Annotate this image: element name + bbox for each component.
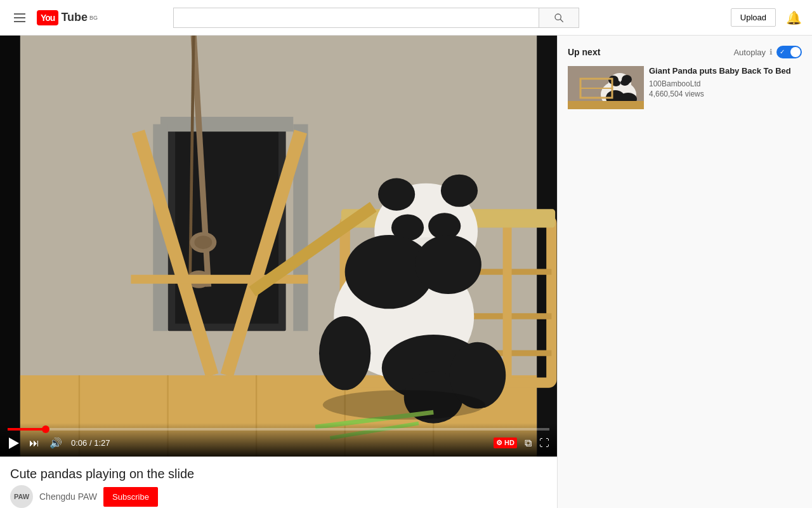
controls-row: ⏭ 🔊 0:06 / 1:27 ⚙ HD bbox=[8, 436, 549, 450]
search-bar bbox=[173, 8, 579, 28]
video-controls: ⏭ 🔊 0:06 / 1:27 ⚙ HD bbox=[0, 423, 557, 457]
video-card[interactable]: Giant Panda puts Baby Back To Bed 100Bam… bbox=[568, 66, 802, 109]
yt-icon: You bbox=[37, 10, 58, 25]
video-info: Giant Panda puts Baby Back To Bed 100Bam… bbox=[649, 66, 802, 109]
check-mark: ✓ bbox=[780, 48, 785, 55]
autoplay-row: Autoplay ℹ ✓ bbox=[733, 46, 802, 58]
video-card-views: 4,660,504 views bbox=[649, 90, 802, 98]
video-card-title: Giant Panda puts Baby Back To Bed bbox=[649, 66, 802, 77]
thumbnail-scene bbox=[568, 66, 644, 109]
skip-icon: ⏭ bbox=[29, 438, 39, 449]
svg-point-0 bbox=[555, 14, 561, 20]
header: You Tube BG Upload 🔔 bbox=[0, 0, 812, 36]
yt-badge: BG bbox=[89, 15, 98, 21]
time-total: 1:27 bbox=[94, 438, 110, 448]
skip-button[interactable]: ⏭ bbox=[28, 436, 41, 450]
svg-point-47 bbox=[319, 316, 370, 390]
time-current: 0:06 bbox=[71, 438, 87, 448]
below-video: Cute pandas playing on the slide PAW Che… bbox=[0, 457, 557, 508]
video-card-channel: 100BambooLtd bbox=[649, 79, 802, 88]
hamburger-button[interactable] bbox=[10, 10, 29, 26]
progress-fill bbox=[8, 428, 46, 431]
video-title: Cute pandas playing on the slide bbox=[10, 467, 547, 481]
channel-avatar-text: PAW bbox=[14, 493, 29, 500]
miniplayer-icon[interactable]: ⧉ bbox=[525, 438, 532, 449]
svg-point-15 bbox=[194, 236, 212, 249]
info-icon[interactable]: ℹ bbox=[769, 48, 773, 57]
volume-button[interactable]: 🔊 bbox=[48, 436, 63, 450]
play-button[interactable] bbox=[8, 436, 20, 450]
time-display: 0:06 / 1:27 bbox=[71, 438, 110, 448]
svg-rect-62 bbox=[568, 101, 644, 109]
channel-row: PAW Chengdu PAW Subscribe bbox=[10, 485, 547, 508]
svg-point-59 bbox=[620, 79, 629, 86]
subscribe-button[interactable]: Subscribe bbox=[103, 487, 158, 507]
yt-wordmark: Tube bbox=[61, 11, 88, 24]
search-button[interactable] bbox=[539, 8, 579, 28]
upload-button[interactable]: Upload bbox=[731, 8, 776, 27]
panda-scene-svg bbox=[0, 36, 557, 457]
video-player[interactable]: ⏭ 🔊 0:06 / 1:27 ⚙ HD bbox=[0, 36, 557, 457]
yt-icon-text: You bbox=[41, 13, 55, 23]
toggle-knob bbox=[790, 47, 801, 57]
search-icon bbox=[554, 13, 564, 23]
main-layout: ⏭ 🔊 0:06 / 1:27 ⚙ HD bbox=[0, 36, 812, 508]
video-section: ⏭ 🔊 0:06 / 1:27 ⚙ HD bbox=[0, 36, 557, 508]
hd-label: ⚙ HD bbox=[496, 439, 514, 446]
hd-settings-button[interactable]: ⚙ HD bbox=[494, 438, 517, 448]
header-left: You Tube BG bbox=[10, 10, 98, 26]
video-content: ⏭ 🔊 0:06 / 1:27 ⚙ HD bbox=[0, 36, 557, 457]
svg-rect-4 bbox=[0, 36, 20, 457]
bell-icon[interactable]: 🔔 bbox=[786, 10, 802, 25]
volume-icon: 🔊 bbox=[49, 437, 62, 449]
autoplay-text: Autoplay bbox=[733, 48, 766, 57]
svg-point-39 bbox=[441, 175, 478, 207]
search-input[interactable] bbox=[173, 8, 539, 28]
play-icon bbox=[9, 438, 19, 449]
progress-dot bbox=[42, 425, 49, 433]
svg-point-52 bbox=[323, 390, 485, 420]
channel-avatar[interactable]: PAW bbox=[10, 485, 33, 508]
svg-point-38 bbox=[378, 178, 415, 210]
fullscreen-icon[interactable]: ⛶ bbox=[539, 438, 549, 449]
autoplay-toggle[interactable]: ✓ bbox=[776, 46, 802, 58]
upnext-label: Up next bbox=[568, 47, 600, 57]
svg-line-1 bbox=[560, 19, 563, 22]
svg-rect-9 bbox=[160, 117, 293, 131]
svg-point-45 bbox=[415, 235, 481, 294]
sidebar: Up next Autoplay ℹ ✓ bbox=[557, 36, 812, 508]
header-right: Upload 🔔 bbox=[731, 8, 802, 27]
progress-bar[interactable] bbox=[8, 428, 549, 431]
video-thumbnail bbox=[568, 66, 644, 109]
upnext-header: Up next Autoplay ℹ ✓ bbox=[568, 46, 802, 58]
youtube-logo[interactable]: You Tube BG bbox=[37, 10, 98, 25]
channel-name[interactable]: Chengdu PAW bbox=[39, 491, 97, 502]
